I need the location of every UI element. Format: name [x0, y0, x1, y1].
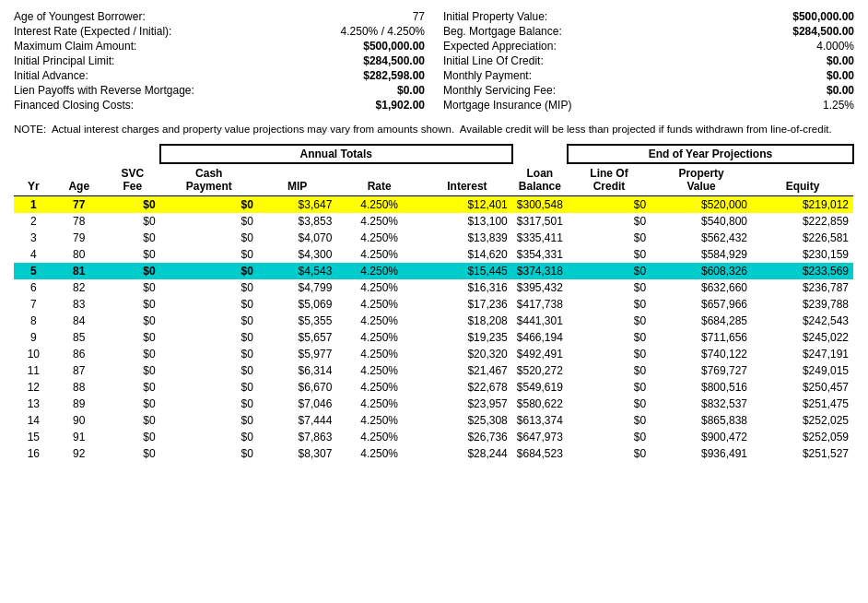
label-age: Age of Youngest Borrower: — [14, 9, 280, 24]
value-mp: $0.00 — [702, 68, 854, 83]
group-header-row: Annual Totals End of Year Projections — [14, 145, 853, 163]
table-cell: $0 — [160, 263, 258, 279]
summary-row: Beg. Mortgage Balance: $284,500.00 — [443, 24, 854, 39]
table-cell: $0 — [568, 346, 651, 362]
summary-row: Monthly Servicing Fee: $0.00 — [443, 83, 854, 98]
label-ea: Expected Appreciation: — [443, 39, 702, 53]
label-lien: Lien Payoffs with Reverse Mortgage: — [14, 83, 280, 98]
table-cell: 6 — [14, 279, 53, 296]
label-ipv: Initial Property Value: — [443, 9, 702, 24]
table-cell: $6,670 — [258, 379, 336, 396]
label-iloc: Initial Line Of Credit: — [443, 53, 702, 68]
col-rate: Rate — [336, 163, 422, 196]
table-cell: 14 — [14, 412, 53, 429]
projection-table: Annual Totals End of Year Projections Yr… — [14, 144, 854, 462]
table-cell: $245,022 — [752, 329, 853, 346]
table-cell: $7,444 — [258, 412, 336, 429]
table-cell: $6,314 — [258, 362, 336, 379]
summary-row: Expected Appreciation: 4.000% — [443, 39, 854, 53]
table-row: 1490$0$0$7,4444.250%$25,308$613,374$0$86… — [14, 412, 853, 429]
table-cell: $374,318 — [512, 263, 568, 279]
label-fcc: Financed Closing Costs: — [14, 98, 280, 112]
summary-row: Initial Property Value: $500,000.00 — [443, 9, 854, 24]
table-cell: $740,122 — [651, 346, 752, 362]
summary-row: Monthly Payment: $0.00 — [443, 68, 854, 83]
table-cell: $251,527 — [752, 445, 853, 462]
summary-row: Mortgage Insurance (MIP) 1.25% — [443, 98, 854, 112]
label-ia: Initial Advance: — [14, 68, 280, 83]
summary-row: Maximum Claim Amount: $500,000.00 — [14, 39, 425, 53]
table-cell: $5,657 — [258, 329, 336, 346]
table-cell: 16 — [14, 445, 53, 462]
table-cell: $441,301 — [512, 313, 568, 329]
table-cell: $608,326 — [651, 263, 752, 279]
summary-row: Lien Payoffs with Reverse Mortgage: $0.0… — [14, 83, 425, 98]
table-cell: 4.250% — [336, 429, 422, 445]
value-age: 77 — [280, 9, 425, 24]
table-cell: $0 — [568, 196, 651, 214]
table-cell: 4.250% — [336, 213, 422, 230]
table-cell: $0 — [160, 296, 258, 313]
value-ia: $282,598.00 — [280, 68, 425, 83]
col-loan: LoanBalance — [512, 163, 568, 196]
table-row: 1692$0$0$8,3074.250%$28,244$684,523$0$93… — [14, 445, 853, 462]
summary-left: Age of Youngest Borrower: 77 Interest Ra… — [14, 9, 425, 112]
table-cell: 4.250% — [336, 196, 422, 214]
table-cell: $0 — [105, 230, 160, 246]
table-cell: $354,331 — [512, 246, 568, 263]
table-cell: $0 — [105, 296, 160, 313]
table-cell: 88 — [53, 379, 105, 396]
table-cell: $520,000 — [651, 196, 752, 214]
table-cell: $0 — [568, 379, 651, 396]
table-cell: $242,543 — [752, 313, 853, 329]
table-row: 985$0$0$5,6574.250%$19,235$466,194$0$711… — [14, 329, 853, 346]
summary-row: Age of Youngest Borrower: 77 — [14, 9, 425, 24]
table-cell: $657,966 — [651, 296, 752, 313]
table-cell: 87 — [53, 362, 105, 379]
table-cell: $395,432 — [512, 279, 568, 296]
label-mca: Maximum Claim Amount: — [14, 39, 280, 53]
summary-row: Initial Line Of Credit: $0.00 — [443, 53, 854, 68]
table-row: 278$0$0$3,8534.250%$13,100$317,501$0$540… — [14, 213, 853, 230]
table-cell: $0 — [105, 279, 160, 296]
table-cell: 4.250% — [336, 346, 422, 362]
table-cell: $16,316 — [422, 279, 512, 296]
table-cell: $5,069 — [258, 296, 336, 313]
table-cell: $0 — [105, 329, 160, 346]
label-mip: Mortgage Insurance (MIP) — [443, 98, 702, 112]
table-cell: $0 — [568, 445, 651, 462]
table-cell: $226,581 — [752, 230, 853, 246]
table-cell: 92 — [53, 445, 105, 462]
table-cell: 82 — [53, 279, 105, 296]
table-cell: $22,678 — [422, 379, 512, 396]
table-cell: $0 — [568, 396, 651, 412]
table-cell: $0 — [568, 313, 651, 329]
table-cell: 7 — [14, 296, 53, 313]
table-cell: 4.250% — [336, 230, 422, 246]
table-cell: $684,523 — [512, 445, 568, 462]
table-cell: $236,787 — [752, 279, 853, 296]
table-row: 1389$0$0$7,0464.250%$23,957$580,622$0$83… — [14, 396, 853, 412]
table-cell: $15,445 — [422, 263, 512, 279]
table-cell: $300,548 — [512, 196, 568, 214]
col-interest: Interest — [422, 163, 512, 196]
value-ea: 4.000% — [702, 39, 854, 53]
table-cell: $0 — [105, 196, 160, 214]
table-cell: 83 — [53, 296, 105, 313]
table-cell: $0 — [568, 429, 651, 445]
table-cell: $0 — [568, 362, 651, 379]
value-ipl: $284,500.00 — [280, 53, 425, 68]
table-cell: 4.250% — [336, 329, 422, 346]
table-cell: $8,307 — [258, 445, 336, 462]
table-cell: $0 — [105, 313, 160, 329]
table-cell: $0 — [105, 445, 160, 462]
table-body: 177$0$0$3,6474.250%$12,401$300,548$0$520… — [14, 196, 853, 463]
table-cell: $0 — [160, 429, 258, 445]
table-cell: $0 — [160, 196, 258, 214]
table-cell: $3,647 — [258, 196, 336, 214]
table-cell: 9 — [14, 329, 53, 346]
group-annual-header: Annual Totals — [160, 145, 512, 163]
table-row: 1187$0$0$6,3144.250%$21,467$520,272$0$76… — [14, 362, 853, 379]
table-cell: 80 — [53, 246, 105, 263]
table-cell: 11 — [14, 362, 53, 379]
